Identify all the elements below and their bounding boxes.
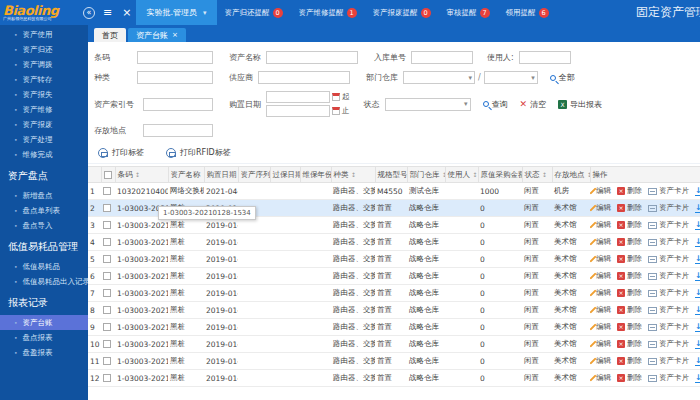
asset-card-button[interactable]: 资产卡片 bbox=[648, 237, 689, 247]
tab-close-icon[interactable]: × bbox=[172, 31, 178, 39]
date-to-input[interactable] bbox=[266, 105, 330, 117]
download-button[interactable]: ↓下载 bbox=[695, 203, 700, 213]
sidebar-item-资产使用[interactable]: •资产使用 bbox=[0, 27, 88, 42]
row-checkbox[interactable] bbox=[103, 238, 111, 246]
edit-button[interactable]: 编辑 bbox=[592, 373, 611, 383]
download-button[interactable]: ↓下载 bbox=[695, 237, 700, 247]
sort-icon[interactable]: ↕ bbox=[135, 171, 140, 178]
asset-card-button[interactable]: 资产卡片 bbox=[648, 356, 689, 366]
search-button[interactable]: 查询 bbox=[483, 99, 508, 110]
status-select[interactable]: ▾ bbox=[385, 98, 471, 111]
sidebar-item-盘盈报表[interactable]: •盘盈报表 bbox=[0, 345, 88, 360]
reminder-tab-0[interactable]: 资产归还提醒0 bbox=[217, 8, 291, 18]
delete-button[interactable]: ×删除 bbox=[617, 203, 642, 213]
asset-card-button[interactable]: 资产卡片 bbox=[648, 254, 689, 264]
clear-button[interactable]: ✕ 清空 bbox=[520, 99, 547, 110]
download-button[interactable]: ↓下载 bbox=[695, 254, 700, 264]
asset-card-button[interactable]: 资产卡片 bbox=[648, 186, 689, 196]
calendar-icon[interactable] bbox=[332, 107, 340, 115]
row-checkbox[interactable] bbox=[103, 272, 111, 280]
sidebar-item-新增盘点[interactable]: •新增盘点 bbox=[0, 188, 88, 203]
download-button[interactable]: ↓下载 bbox=[695, 305, 700, 315]
sidebar-item-低值易耗品出入记录[interactable]: •低值易耗品出入记录 bbox=[0, 274, 88, 289]
row-checkbox[interactable] bbox=[103, 340, 111, 348]
tab-首页[interactable]: 首页 bbox=[94, 28, 126, 42]
menu-icon[interactable]: ≡ bbox=[103, 6, 112, 19]
supplier-input[interactable] bbox=[258, 71, 350, 84]
col-header-部门仓库[interactable]: 部门仓库 ↕ bbox=[407, 167, 445, 183]
col-header-种类[interactable]: 种类 ↕ bbox=[331, 167, 375, 183]
edit-button[interactable]: 编辑 bbox=[592, 288, 611, 298]
edit-button[interactable]: 编辑 bbox=[592, 339, 611, 349]
user-session-tab[interactable]: 实验批.管理员 ▾ bbox=[136, 0, 216, 25]
sidebar-item-维修完成[interactable]: •维修完成 bbox=[0, 147, 88, 162]
sort-icon[interactable]: ↕ bbox=[351, 171, 356, 178]
asset-card-button[interactable]: 资产卡片 bbox=[648, 271, 689, 281]
delete-button[interactable]: ×删除 bbox=[617, 186, 642, 196]
row-checkbox[interactable] bbox=[103, 323, 111, 331]
user-input[interactable] bbox=[519, 51, 571, 64]
col-header-状态[interactable]: 状态 ↕ bbox=[522, 167, 552, 183]
sidebar-item-低值易耗品[interactable]: •低值易耗品 bbox=[0, 259, 88, 274]
department-select[interactable]: ▾ bbox=[403, 71, 475, 84]
download-button[interactable]: ↓下载 bbox=[695, 322, 700, 332]
edit-button[interactable]: 编辑 bbox=[592, 356, 611, 366]
col-header-规格型号[interactable]: 规格型号 ↕ bbox=[375, 167, 407, 183]
asset-index-input[interactable] bbox=[143, 98, 213, 111]
sort-icon[interactable]: ↕ bbox=[472, 171, 477, 178]
edit-button[interactable]: 编辑 bbox=[592, 203, 611, 213]
download-button[interactable]: ↓下载 bbox=[695, 373, 700, 383]
reminder-tab-1[interactable]: 资产维修提醒1 bbox=[291, 8, 365, 18]
row-checkbox[interactable] bbox=[103, 255, 111, 263]
edit-button[interactable]: 编辑 bbox=[592, 305, 611, 315]
edit-button[interactable]: 编辑 bbox=[592, 186, 611, 196]
asset-card-button[interactable]: 资产卡片 bbox=[648, 322, 689, 332]
row-checkbox[interactable] bbox=[103, 204, 111, 212]
delete-button[interactable]: ×删除 bbox=[617, 271, 642, 281]
delete-button[interactable]: ×删除 bbox=[617, 339, 642, 349]
edit-button[interactable]: 编辑 bbox=[592, 271, 611, 281]
col-header-原值采购金额[interactable]: 原值采购金额 ↕ bbox=[478, 167, 522, 183]
sidebar-item-资产台账[interactable]: •资产台账 bbox=[0, 315, 88, 330]
export-report-button[interactable]: X 导出报表 bbox=[558, 99, 602, 110]
sidebar-item-资产处理[interactable]: •资产处理 bbox=[0, 132, 88, 147]
warehouse-select[interactable]: ▾ bbox=[484, 71, 538, 84]
delete-button[interactable]: ×删除 bbox=[617, 220, 642, 230]
edit-button[interactable]: 编辑 bbox=[592, 237, 611, 247]
sidebar-item-资产归还[interactable]: •资产归还 bbox=[0, 42, 88, 57]
sidebar-item-盘点单列表[interactable]: •盘点单列表 bbox=[0, 203, 88, 218]
col-header-使用人[interactable]: 使用人 ↕ bbox=[445, 167, 478, 183]
sidebar-item-资产转存[interactable]: •资产转存 bbox=[0, 72, 88, 87]
select-all-checkbox[interactable] bbox=[104, 171, 112, 179]
reminder-tab-4[interactable]: 领用提醒6 bbox=[498, 8, 557, 18]
delete-button[interactable]: ×删除 bbox=[617, 322, 642, 332]
row-checkbox[interactable] bbox=[103, 289, 111, 297]
download-button[interactable]: ↓下载 bbox=[695, 356, 700, 366]
asset-card-button[interactable]: 资产卡片 bbox=[648, 373, 689, 383]
sidebar-item-资产报废[interactable]: •资产报废 bbox=[0, 117, 88, 132]
delete-button[interactable]: ×删除 bbox=[617, 356, 642, 366]
asset-card-button[interactable]: 资产卡片 bbox=[648, 203, 689, 213]
date-from-input[interactable] bbox=[266, 91, 330, 103]
delete-button[interactable]: ×删除 bbox=[617, 237, 642, 247]
sidebar-item-资产调拨[interactable]: •资产调拨 bbox=[0, 57, 88, 72]
download-button[interactable]: ↓下载 bbox=[695, 339, 700, 349]
all-button[interactable]: 全部 bbox=[550, 72, 575, 83]
sidebar-item-资产报失[interactable]: •资产报失 bbox=[0, 87, 88, 102]
sidebar-item-盘点导入[interactable]: •盘点导入 bbox=[0, 218, 88, 233]
location-input[interactable] bbox=[143, 124, 213, 137]
barcode-input[interactable] bbox=[137, 51, 213, 64]
col-header-购置日期[interactable]: 购置日期 ↕ bbox=[204, 167, 238, 183]
delete-button[interactable]: ×删除 bbox=[617, 288, 642, 298]
download-button[interactable]: ↓下载 bbox=[695, 288, 700, 298]
delete-button[interactable]: ×删除 bbox=[617, 254, 642, 264]
row-checkbox[interactable] bbox=[103, 357, 111, 365]
col-header-维保年份[interactable]: 维保年份 ↕ bbox=[300, 167, 331, 183]
delete-button[interactable]: ×删除 bbox=[617, 373, 642, 383]
category-input[interactable] bbox=[137, 71, 213, 84]
print-label-button[interactable]: 打印标签 bbox=[98, 147, 144, 158]
sidebar-item-资产维修[interactable]: •资产维修 bbox=[0, 102, 88, 117]
asset-card-button[interactable]: 资产卡片 bbox=[648, 339, 689, 349]
asset-card-button[interactable]: 资产卡片 bbox=[648, 288, 689, 298]
calendar-icon[interactable] bbox=[332, 93, 340, 101]
